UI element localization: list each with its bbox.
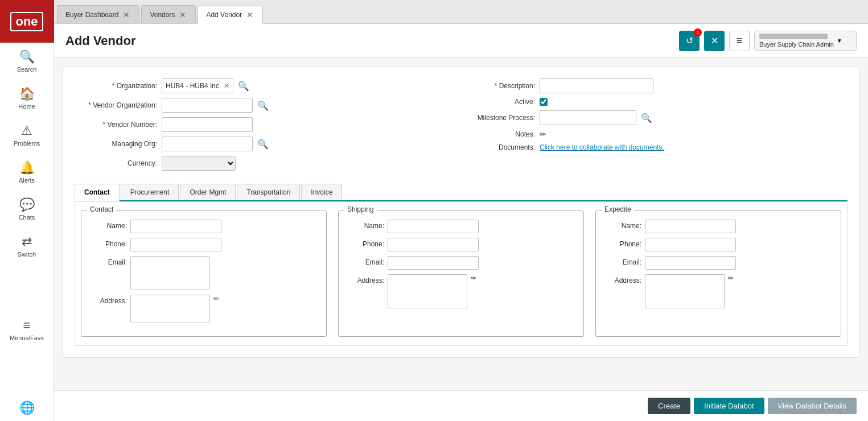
view-databot-button[interactable]: View Databot Details <box>768 398 857 414</box>
tab-contact[interactable]: Contact <box>75 184 120 201</box>
sidebar-item-chats[interactable]: 💬 Chats <box>0 191 54 228</box>
shipping-name-input[interactable] <box>388 220 479 233</box>
tab-buyer-dashboard[interactable]: Buyer Dashboard ✕ <box>57 5 139 23</box>
milestone-search-icon[interactable]: 🔍 <box>641 113 652 123</box>
contact-address-input[interactable] <box>130 295 210 323</box>
sidebar-item-alerts[interactable]: 🔔 Alerts <box>0 154 54 191</box>
milestone-input[interactable] <box>540 110 636 125</box>
tab-vendors[interactable]: Vendors ✕ <box>141 5 196 23</box>
sidebar-item-label: Chats <box>19 214 35 221</box>
menus-icon: ≡ <box>23 318 31 333</box>
vendor-org-input[interactable] <box>162 98 253 113</box>
chats-icon: 💬 <box>19 197 35 212</box>
org-tag[interactable]: HUB4 - HUB4 Inc. ✕ <box>162 79 233 93</box>
shipping-name-row: Name: <box>347 220 575 233</box>
contact-name-label: Name: <box>90 220 127 230</box>
contact-address-label: Address: <box>90 295 127 305</box>
vendor-number-input[interactable] <box>162 117 253 132</box>
shipping-address-row: Address: ✏ <box>347 274 575 308</box>
contact-phone-label: Phone: <box>90 238 127 248</box>
description-row: * Description: <box>467 79 848 93</box>
vendor-org-search-icon[interactable]: 🔍 <box>257 100 269 111</box>
contact-section: Contact Name: Phone: Email: <box>75 201 848 346</box>
tab-procurement[interactable]: Procurement <box>121 184 179 200</box>
tab-add-vendor[interactable]: Add Vendor ✕ <box>198 6 263 24</box>
sidebar-item-label: Search <box>17 66 37 73</box>
sidebar: one 🔍 Search 🏠 Home ⚠ Problems 🔔 Alerts … <box>0 0 54 421</box>
org-label: * Organization: <box>75 82 157 90</box>
expedite-email-row: Email: <box>604 256 832 270</box>
dropdown-chevron-icon: ▼ <box>837 38 842 44</box>
contact-name-row: Name: <box>90 220 318 233</box>
documents-link[interactable]: Click here to collaborate with documents… <box>540 143 664 151</box>
user-dropdown[interactable]: Buyer Supply Chain Admin ▼ <box>754 31 857 51</box>
documents-label: Documents: <box>467 143 535 151</box>
sidebar-item-search[interactable]: 🔍 Search <box>0 43 54 80</box>
contact-address-edit-icon[interactable]: ✏ <box>213 295 219 303</box>
clear-button[interactable]: ✕ <box>704 31 725 51</box>
menu-button[interactable]: ≡ <box>729 31 750 51</box>
menu-icon: ≡ <box>737 35 743 47</box>
contact-address-row: Address: ✏ <box>90 295 318 323</box>
description-input[interactable] <box>540 79 653 93</box>
org-tag-remove[interactable]: ✕ <box>224 82 229 90</box>
tab-close-buyer-dashboard[interactable]: ✕ <box>122 10 131 19</box>
sidebar-item-home[interactable]: 🏠 Home <box>0 80 54 117</box>
shipping-email-label: Email: <box>347 256 384 266</box>
shipping-phone-input[interactable] <box>388 238 479 251</box>
expedite-address-edit-icon[interactable]: ✏ <box>728 274 734 282</box>
expedite-name-label: Name: <box>604 220 641 230</box>
app-logo[interactable]: one <box>0 0 54 43</box>
sidebar-item-label: Menus/Favs <box>10 335 44 341</box>
shipping-phone-label: Phone: <box>347 238 384 248</box>
shipping-address-edit-icon[interactable]: ✏ <box>471 274 476 282</box>
expedite-address-row: Address: ✏ <box>604 274 832 308</box>
sidebar-item-menus[interactable]: ≡ Menus/Favs <box>0 311 54 347</box>
sidebar-item-problems[interactable]: ⚠ Problems <box>0 117 54 154</box>
page-title: Add Vendor <box>65 34 679 48</box>
managing-org-input[interactable] <box>162 137 253 151</box>
sidebar-item-switch[interactable]: ⇄ Switch <box>0 228 54 265</box>
documents-row: Documents: Click here to collaborate wit… <box>467 143 848 151</box>
alerts-icon: 🔔 <box>19 160 35 175</box>
initiate-databot-button[interactable]: Initiate Databot <box>694 398 764 414</box>
shipping-email-input[interactable] <box>388 256 479 270</box>
tab-invoice[interactable]: Invoice <box>301 184 342 200</box>
contact-name-input[interactable] <box>130 220 221 233</box>
active-label: Active: <box>467 98 535 106</box>
user-role: Buyer Supply Chain Admin <box>759 41 834 48</box>
shipping-email-row: Email: <box>347 256 575 270</box>
active-checkbox[interactable] <box>540 98 548 106</box>
tab-order-mgmt[interactable]: Order Mgmt <box>180 184 236 200</box>
shipping-group: Shipping Name: Phone: Email: <box>338 210 584 337</box>
tab-close-vendors[interactable]: ✕ <box>178 10 187 19</box>
problems-icon: ⚠ <box>21 123 32 138</box>
managing-org-label: Managing Org: <box>75 140 157 148</box>
contact-email-input[interactable] <box>130 256 210 290</box>
contact-group: Contact Name: Phone: Email: <box>81 210 327 337</box>
shipping-address-input[interactable] <box>388 274 467 308</box>
expedite-name-input[interactable] <box>645 220 736 233</box>
clear-icon: ✕ <box>711 35 718 46</box>
contact-phone-input[interactable] <box>130 238 221 251</box>
form-col-left: * Organization: HUB4 - HUB4 Inc. ✕ 🔍 * V… <box>75 79 455 175</box>
sidebar-item-globe[interactable]: 🌐 <box>0 394 54 421</box>
expedite-phone-input[interactable] <box>645 238 736 251</box>
notes-edit-icon[interactable]: ✏ <box>540 130 546 139</box>
refresh-button[interactable]: ↺ 1 <box>679 31 700 51</box>
expedite-group-title: Expedite <box>602 205 634 213</box>
sidebar-item-label: Home <box>18 103 35 110</box>
main-area: Buyer Dashboard ✕ Vendors ✕ Add Vendor ✕… <box>54 0 868 421</box>
footer-buttons: Create Initiate Databot View Databot Det… <box>54 390 868 421</box>
expedite-address-input[interactable] <box>645 274 725 308</box>
managing-org-search-icon[interactable]: 🔍 <box>257 139 269 150</box>
create-button[interactable]: Create <box>648 398 690 414</box>
vendor-number-label: * Vendor Number: <box>75 121 157 129</box>
form-col-right: * Description: Active: Milestone Pr <box>467 79 848 175</box>
tab-label: Buyer Dashboard <box>65 11 118 19</box>
tab-transportation[interactable]: Transportation <box>237 184 300 200</box>
currency-select[interactable] <box>162 156 236 171</box>
org-search-icon[interactable]: 🔍 <box>238 81 249 92</box>
tab-close-add-vendor[interactable]: ✕ <box>245 10 254 19</box>
expedite-email-input[interactable] <box>645 256 736 270</box>
